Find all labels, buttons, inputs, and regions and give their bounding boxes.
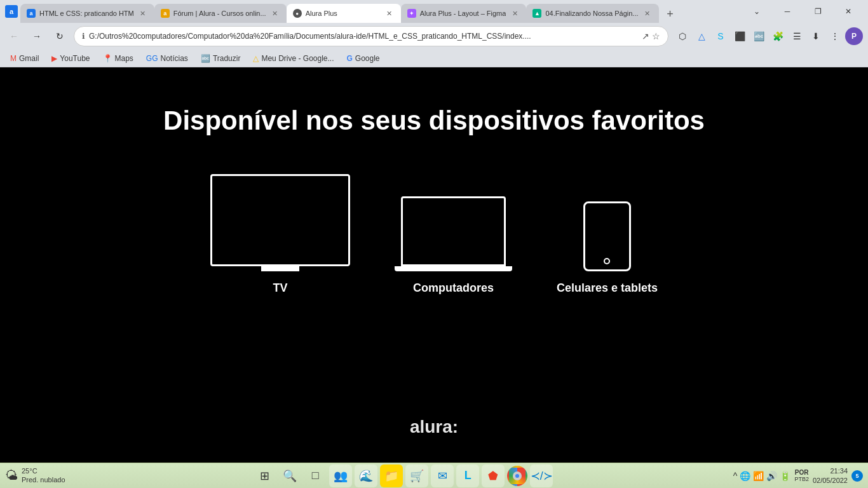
office-icon[interactable]: ⬟ (482, 464, 505, 487)
youtube-icon: ▶ (51, 54, 57, 63)
laptop-base (395, 266, 512, 271)
bookmark-traduzir[interactable]: 🔤 Traduzir (196, 53, 246, 64)
tv-icon (210, 174, 350, 271)
search-taskbar-button[interactable]: 🔍 (278, 464, 301, 487)
chrome-icon[interactable] (507, 466, 527, 486)
notification-badge[interactable]: 5 (851, 470, 863, 482)
language-indicator[interactable]: POR PTB2 (794, 469, 809, 482)
battery-icon[interactable]: 🔋 (780, 471, 790, 481)
tab-3-favicon: ● (293, 9, 302, 18)
devices-container: TV Computadores Celulares e tablets (0, 174, 868, 295)
tab-5[interactable]: ▲ 04.Finalizando Nossa Págin... ✕ (526, 4, 658, 23)
title-bar: a a HTML e CSS: praticando HTM ✕ a Fórum… (0, 0, 868, 23)
profile-avatar[interactable]: P (845, 27, 863, 45)
gmail-icon: M (10, 54, 17, 63)
address-action-icons: ↗ ☆ (642, 31, 660, 41)
edge-icon[interactable]: 🌊 (355, 464, 377, 487)
tab-4[interactable]: ✦ Alura Plus - Layout – Figma ✕ (401, 4, 527, 23)
bookmarks-bar: M Gmail ▶ YouTube 📍 Maps GG Notícias 🔤 T… (0, 51, 868, 67)
chevron-up-icon[interactable]: ^ (733, 471, 738, 481)
more-icon[interactable]: ⋮ (826, 27, 844, 45)
tab-3[interactable]: ● Alura Plus ✕ (287, 4, 401, 23)
page-content: Disponível nos seus dispositivos favorit… (0, 67, 868, 463)
address-text: G:/Outros%20computadores/Computador%20da… (89, 32, 638, 41)
cast-icon[interactable]: ⬛ (731, 27, 749, 45)
tab-1-close[interactable]: ✕ (138, 8, 148, 18)
tab-2-favicon: a (161, 9, 170, 18)
weather-condition: Pred. nublado (22, 476, 65, 484)
bookmark-drive[interactable]: △ Meu Drive - Google... (248, 53, 339, 64)
new-tab-button[interactable]: + (661, 5, 679, 23)
translate-icon[interactable]: 🔤 (750, 27, 768, 45)
tab-2[interactable]: a Fórum | Alura - Cursos onlin... ✕ (154, 4, 287, 23)
skype-icon[interactable]: S (712, 27, 729, 45)
bookmark-star-icon[interactable]: ☆ (652, 31, 660, 41)
bookmark-maps-label: Maps (115, 54, 133, 63)
weather-icon: 🌤 (5, 468, 18, 483)
store-icon[interactable]: 🛒 (405, 464, 428, 487)
section-title: Disponível nos seus dispositivos favorit… (163, 105, 705, 136)
lang-text: POR (795, 469, 809, 476)
extensions-icon[interactable]: ⬡ (674, 27, 691, 45)
minimize-button[interactable]: ─ (773, 1, 802, 22)
system-tray: ^ 🌐 📶 🔊 🔋 POR PTB2 21:34 02/05/2022 5 (733, 466, 863, 485)
noticias-icon: GG (146, 54, 158, 63)
close-button[interactable]: ✕ (834, 1, 863, 22)
secure-icon: ℹ (82, 32, 85, 41)
clock-time: 21:34 (813, 466, 848, 475)
forward-button[interactable]: → (28, 27, 46, 45)
maximize-button[interactable]: ❐ (803, 1, 832, 22)
bookmark-google[interactable]: G Google (342, 53, 385, 64)
back-button[interactable]: ← (5, 27, 23, 45)
wifi-icon[interactable]: 📶 (753, 471, 764, 481)
bookmark-gmail[interactable]: M Gmail (5, 53, 44, 64)
tab-switcher-icon[interactable]: ⌄ (742, 1, 771, 22)
tab-2-close[interactable]: ✕ (270, 8, 280, 18)
bookmark-maps[interactable]: 📍 Maps (98, 53, 139, 64)
tab-1[interactable]: a HTML e CSS: praticando HTM ✕ (20, 4, 154, 23)
tab-5-close[interactable]: ✕ (642, 8, 653, 18)
volume-icon[interactable]: 🔊 (766, 471, 777, 481)
address-input[interactable]: ℹ G:/Outros%20computadores/Computador%20… (74, 26, 668, 46)
google-drive-icon[interactable]: △ (693, 27, 710, 45)
puzzle-icon[interactable]: 🧩 (769, 27, 787, 45)
tv-label: TV (273, 281, 287, 295)
tab-4-close[interactable]: ✕ (510, 8, 520, 18)
system-icons: ^ 🌐 📶 🔊 🔋 (733, 471, 791, 481)
share-icon[interactable]: ↗ (642, 31, 649, 41)
tab-1-title: HTML e CSS: praticando HTM (39, 10, 134, 17)
mobile-label: Celulares e tablets (557, 281, 658, 295)
lens-icon[interactable]: L (456, 464, 479, 487)
chat-app-icon[interactable]: 👥 (329, 464, 352, 487)
tab-3-close[interactable]: ✕ (384, 8, 395, 18)
mail-icon[interactable]: ✉ (431, 464, 454, 487)
taskbar-apps: ⊞ 🔍 □ 👥 🌊 📁 🛒 ✉ L ⬟ ≺/≻ (73, 464, 733, 487)
tab-4-favicon: ✦ (407, 9, 416, 18)
clock-date: 02/05/2022 (813, 476, 848, 485)
files-icon[interactable]: 📁 (380, 464, 403, 487)
clock[interactable]: 21:34 02/05/2022 (813, 466, 848, 485)
start-button[interactable]: ⊞ (253, 464, 276, 487)
laptop-icon (401, 196, 506, 271)
sidebar-toggle-icon[interactable]: ☰ (788, 27, 806, 45)
tv-stand-neck (261, 266, 299, 271)
traduzir-icon: 🔤 (201, 54, 210, 63)
device-computer: Computadores (401, 196, 506, 295)
tab-5-title: 04.Finalizando Nossa Págin... (545, 10, 638, 17)
lang-sub: PTB2 (794, 476, 809, 482)
tab-2-title: Fórum | Alura - Cursos onlin... (173, 10, 266, 17)
drive-icon: △ (253, 54, 259, 63)
google-icon: G (347, 54, 353, 63)
bookmark-youtube[interactable]: ▶ YouTube (46, 53, 95, 64)
reload-button[interactable]: ↻ (51, 27, 69, 45)
download-icon[interactable]: ⬇ (807, 27, 825, 45)
task-view-button[interactable]: □ (304, 464, 327, 487)
bookmark-google-label: Google (355, 54, 380, 63)
bookmark-gmail-label: Gmail (19, 54, 39, 63)
vscode-icon[interactable]: ≺/≻ (530, 464, 553, 487)
network-icon[interactable]: 🌐 (740, 471, 750, 481)
tab-5-favicon: ▲ (532, 9, 541, 18)
bookmark-noticias[interactable]: GG Notícias (141, 53, 193, 64)
weather-temp: 25°C (22, 467, 65, 475)
weather-widget[interactable]: 🌤 25°C Pred. nublado (5, 467, 65, 484)
